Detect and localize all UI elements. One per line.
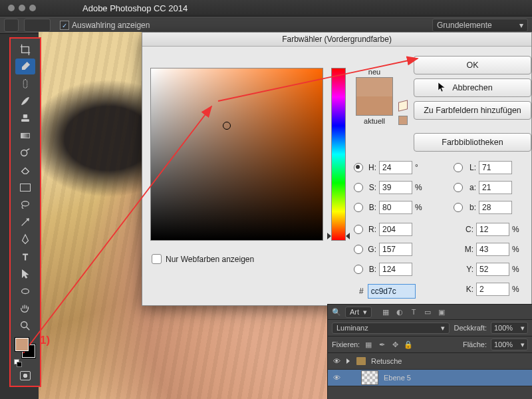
current-color-swatch[interactable] [356, 96, 392, 115]
opacity-input[interactable]: 100%▾ [491, 322, 528, 334]
new-color-swatch[interactable] [356, 78, 392, 96]
input-bv[interactable]: 80 [379, 201, 412, 214]
filter-pixel-icon[interactable]: ▦ [381, 307, 390, 317]
stamp-tool-icon[interactable] [15, 110, 35, 126]
dodge-tool-icon[interactable] [15, 145, 35, 161]
lock-image-icon[interactable]: ✒ [377, 340, 386, 349]
layers-blend-row: Luminanz▾ Deckkraft: 100%▾ [328, 320, 532, 336]
layer-group-label: Retusche [371, 357, 402, 365]
radio-g[interactable] [354, 245, 363, 254]
input-b[interactable]: 28 [479, 201, 512, 214]
radio-a[interactable] [454, 183, 463, 192]
maximize-window-icon[interactable] [29, 5, 36, 11]
chevron-down-icon: ▾ [521, 324, 525, 332]
lock-position-icon[interactable]: ✥ [390, 340, 400, 349]
saturation-value-field[interactable] [150, 68, 323, 241]
filter-shape-icon[interactable]: ▭ [423, 307, 432, 317]
path-selection-tool-icon[interactable] [15, 266, 35, 282]
layer-group-retusche[interactable]: 👁 Retusche [328, 353, 532, 370]
hue-slider[interactable] [331, 68, 346, 241]
type-tool-icon[interactable]: T [15, 249, 35, 265]
window-controls [8, 5, 36, 11]
input-l[interactable]: 71 [479, 161, 512, 174]
input-bb[interactable]: 124 [379, 263, 412, 276]
layer-ebene-5[interactable]: 👁 Ebene 5 [328, 370, 532, 386]
dialog-title: Farbwähler (Vordergrundfarbe) [142, 33, 531, 47]
ok-button[interactable]: OK [414, 56, 531, 74]
workspace-dropdown[interactable]: Grundelemente ▾ [432, 19, 528, 32]
chevron-down-icon: ▾ [519, 21, 523, 30]
marquee-tool-icon[interactable] [15, 180, 35, 196]
color-libraries-button[interactable]: Farbbibliotheken [414, 133, 531, 152]
input-a[interactable]: 21 [479, 181, 512, 194]
radio-l[interactable] [454, 163, 463, 172]
radio-b[interactable] [454, 203, 463, 212]
svg-text:T: T [23, 253, 28, 262]
healing-brush-tool-icon[interactable] [15, 76, 35, 92]
blend-mode-dropdown[interactable]: Luminanz▾ [332, 323, 450, 334]
input-h[interactable]: 24 [379, 161, 412, 174]
shape-tool-icon[interactable] [15, 283, 35, 299]
eraser-tool-icon[interactable] [15, 162, 35, 178]
radio-bb[interactable] [354, 265, 363, 274]
lock-all-icon[interactable]: 🔒 [404, 340, 413, 349]
current-label: aktuell [356, 117, 393, 125]
gradient-tool-icon[interactable] [15, 128, 35, 144]
minimize-window-icon[interactable] [19, 5, 25, 11]
filter-type-icon[interactable]: T [409, 307, 418, 317]
new-label: neu [356, 68, 393, 76]
visibility-eye-icon[interactable]: 👁 [332, 373, 341, 382]
hue-handle-left-icon [327, 233, 331, 239]
default-colors-icon[interactable] [14, 359, 22, 366]
layer-thumbnail[interactable] [361, 370, 378, 385]
input-m[interactable]: 43 [476, 243, 509, 256]
quickmask-icon[interactable] [15, 368, 35, 383]
tool-preset-icon[interactable] [4, 19, 19, 32]
show-selection-checkbox[interactable]: ✓ Auswahlring anzeigen [60, 21, 150, 30]
web-safe-swatch-icon[interactable] [398, 116, 408, 125]
brush-tool-icon[interactable] [15, 93, 35, 109]
pen-tool-icon[interactable] [15, 231, 35, 247]
layer-label: Ebene 5 [384, 374, 411, 382]
layers-lock-row: Fixieren: ▦ ✒ ✥ 🔒 Fläche: 100%▾ [328, 336, 532, 353]
hash-label: # [359, 287, 364, 296]
layers-panel: 🔍 Art▾ ▦ ◐ T ▭ ▣ Luminanz▾ Deckkraft: 10… [327, 304, 532, 399]
disclosure-triangle-icon[interactable] [346, 358, 350, 364]
eyedropper-tool-icon[interactable] [15, 59, 35, 74]
input-y[interactable]: 52 [476, 263, 509, 276]
hand-tool-icon[interactable] [15, 301, 35, 317]
foreground-swatch[interactable] [15, 338, 29, 351]
lock-transparency-icon[interactable]: ▦ [364, 340, 373, 349]
filter-adjust-icon[interactable]: ◐ [395, 307, 404, 317]
radio-s[interactable] [354, 183, 363, 192]
radio-bv[interactable] [354, 203, 363, 212]
crop-tool-icon[interactable] [15, 41, 35, 57]
folder-icon [356, 357, 366, 365]
tool-preset-dropdown[interactable] [24, 19, 51, 32]
input-c[interactable]: 12 [476, 223, 509, 236]
layers-filter-bar: 🔍 Art▾ ▦ ◐ T ▭ ▣ [328, 305, 532, 320]
lasso-tool-icon[interactable] [15, 197, 35, 213]
hex-field: # cc9d7c [359, 284, 416, 299]
close-window-icon[interactable] [8, 5, 15, 11]
web-colors-checkbox[interactable]: Nur Webfarben anzeigen [152, 254, 254, 264]
gamut-warning-icon[interactable] [398, 101, 408, 110]
filter-kind-dropdown[interactable]: Art▾ [345, 307, 372, 318]
hex-input[interactable]: cc9d7c [368, 284, 416, 299]
filter-icon[interactable]: 🔍 [332, 308, 341, 317]
add-to-swatches-button[interactable]: Zu Farbfeldern hinzufügen [414, 101, 531, 120]
fill-input[interactable]: 100%▾ [491, 338, 528, 350]
input-g[interactable]: 157 [379, 243, 412, 256]
zoom-tool-icon[interactable] [15, 318, 35, 334]
radio-r[interactable] [354, 225, 363, 234]
input-s[interactable]: 39 [379, 181, 412, 194]
color-swatches[interactable] [15, 338, 35, 358]
input-k[interactable]: 2 [476, 283, 509, 296]
filter-smart-icon[interactable]: ▣ [437, 307, 446, 317]
radio-h[interactable] [354, 163, 363, 172]
visibility-eye-icon[interactable]: 👁 [332, 356, 341, 366]
cancel-button[interactable]: Abbrechen [414, 78, 531, 97]
input-r[interactable]: 204 [379, 223, 412, 236]
stage: T 1) Farbwähler (Vordergrundfarbe) neu [0, 32, 532, 399]
magic-wand-tool-icon[interactable] [15, 214, 35, 230]
